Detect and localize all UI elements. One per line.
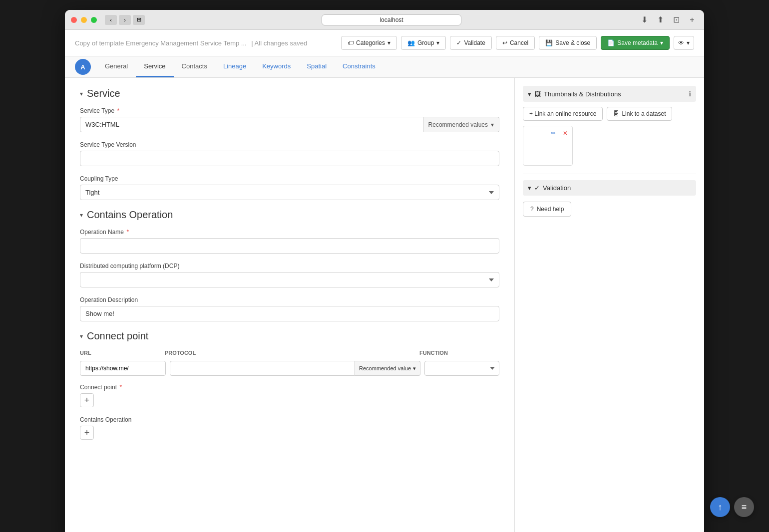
cp-protocol-wrapper: Recommended value ▾ <box>170 361 420 376</box>
dcp-select[interactable] <box>80 272 499 287</box>
connect-point-add-button[interactable]: + <box>80 393 94 407</box>
chevron-down-icon: ▾ <box>80 212 83 219</box>
chevron-down-icon: ▾ <box>413 365 416 372</box>
avatar: A <box>75 59 91 75</box>
share-icon[interactable]: ⬇ <box>638 14 650 26</box>
header-actions: 🏷 Categories ▾ 👥 Group ▾ ✓ Validate ↩ Ca… <box>341 36 694 50</box>
url-text: localhost <box>380 16 403 23</box>
chevron-down-icon: ▾ <box>528 184 531 192</box>
chevron-down-icon: ▾ <box>660 39 663 46</box>
service-type-version-label: Service Type Version <box>80 141 499 148</box>
tab-service[interactable]: Service <box>136 56 173 77</box>
eye-button[interactable]: 👁 ▾ <box>674 36 694 50</box>
question-icon: ? <box>530 206 534 213</box>
dcp-label: Distributed computing platform (DCP) <box>80 263 499 269</box>
database-icon: 🗄 <box>613 110 619 117</box>
thumbnails-title: ▾ 🖼 Thumbnails & Distributions <box>528 90 621 98</box>
file-icon: 📄 <box>607 39 615 46</box>
tab-keywords[interactable]: Keywords <box>254 56 299 77</box>
cp-url-input[interactable] <box>80 361 166 376</box>
link-online-resource-button[interactable]: + Link an online resource <box>523 107 603 121</box>
required-marker: * <box>117 107 120 114</box>
link-dataset-button[interactable]: 🗄 Link to a dataset <box>607 107 672 121</box>
users-icon: 👥 <box>407 39 415 46</box>
check-icon: ✓ <box>534 184 540 192</box>
divider <box>523 174 696 174</box>
validation-section-header[interactable]: ▾ ✓ Validation <box>523 180 696 196</box>
page-title: Copy of template Emergency Management Se… <box>75 39 307 47</box>
contains-operation-title: Contains Operation <box>87 209 173 221</box>
tabs-bar: A General Service Contacts Lineage Keywo… <box>65 56 704 78</box>
cancel-button[interactable]: ↩ Cancel <box>496 36 535 50</box>
panel-action-btns: + Link an online resource 🗄 Link to a da… <box>523 107 696 121</box>
main-content: ▾ Service Service Type * Recommended val… <box>65 78 704 532</box>
cp-function-select[interactable] <box>424 361 499 376</box>
delete-thumb-button[interactable]: ✕ <box>560 128 570 138</box>
need-help-button[interactable]: ? Need help <box>523 202 571 217</box>
close-button[interactable] <box>71 17 77 23</box>
service-type-group: Service Type * Recommended values ▾ <box>80 107 499 132</box>
thumbnails-section-header[interactable]: ▾ 🖼 Thumbnails & Distributions ℹ <box>523 86 696 102</box>
forward-button[interactable]: › <box>119 15 131 25</box>
contains-operation-add-label: Contains Operation <box>80 416 499 423</box>
validate-button[interactable]: ✓ Validate <box>450 36 491 50</box>
coupling-type-select[interactable]: Tight Loose Mixed <box>80 185 499 200</box>
operation-description-input[interactable] <box>80 306 499 321</box>
service-section-title: Service <box>87 88 120 99</box>
undo-icon: ↩ <box>502 39 507 46</box>
thumbnail-box: ✏ ✕ <box>523 126 573 166</box>
operation-name-input[interactable] <box>80 238 499 254</box>
service-type-input-wrapper: Recommended values ▾ <box>80 117 499 132</box>
left-panel: ▾ Service Service Type * Recommended val… <box>65 78 514 532</box>
app-header: Copy of template Emergency Management Se… <box>65 30 704 56</box>
function-column-header: Function <box>419 350 499 356</box>
connect-point-add-label: Connect point * <box>80 384 499 391</box>
chevron-down-icon: ▾ <box>80 333 83 340</box>
recommended-value-dropdown[interactable]: Recommended value ▾ <box>355 361 420 376</box>
save-metadata-button[interactable]: 📄 Save metadata ▾ <box>601 36 670 50</box>
titlebar: ‹ › ⊞ localhost ⬇ ⬆ ⊡ + <box>65 10 704 30</box>
chevron-down-icon: ▾ <box>528 90 531 98</box>
plus-icon[interactable]: + <box>686 14 698 26</box>
upload-icon[interactable]: ⬆ <box>654 14 666 26</box>
dcp-group: Distributed computing platform (DCP) <box>80 263 499 287</box>
operation-name-group: Operation Name * <box>80 229 499 254</box>
edit-thumb-button[interactable]: ✏ <box>548 128 558 138</box>
minimize-button[interactable] <box>81 17 87 23</box>
thumb-actions: ✏ ✕ <box>548 128 570 138</box>
connect-point-section-header[interactable]: ▾ Connect point <box>80 330 499 342</box>
service-type-input[interactable] <box>80 117 423 132</box>
service-type-version-input[interactable] <box>80 151 499 166</box>
group-button[interactable]: 👥 Group ▾ <box>401 36 446 50</box>
fullscreen-icon[interactable]: ⊡ <box>670 14 682 26</box>
arrow-up-icon: ↑ <box>718 502 723 513</box>
service-type-version-group: Service Type Version <box>80 141 499 166</box>
maximize-button[interactable] <box>91 17 97 23</box>
back-button[interactable]: ‹ <box>105 15 117 25</box>
chevron-down-icon: ▾ <box>491 121 494 128</box>
tab-contacts[interactable]: Contacts <box>174 56 215 77</box>
operation-name-label: Operation Name * <box>80 229 499 236</box>
save-close-button[interactable]: 💾 Save & close <box>539 36 597 50</box>
contains-operation-add-button[interactable]: + <box>80 426 94 440</box>
tab-general[interactable]: General <box>97 56 136 77</box>
tab-constraints[interactable]: Constraints <box>335 56 384 77</box>
thumbnails-section: ▾ 🖼 Thumbnails & Distributions ℹ + Link … <box>523 86 696 166</box>
view-button[interactable]: ⊞ <box>133 15 145 25</box>
chevron-down-icon: ▾ <box>687 39 690 46</box>
contains-operation-section-header[interactable]: ▾ Contains Operation <box>80 209 499 221</box>
scroll-top-button[interactable]: ↑ <box>710 497 730 517</box>
validation-title: ▾ ✓ Validation <box>528 184 571 192</box>
info-button[interactable]: ℹ <box>689 90 691 98</box>
validation-section: ▾ ✓ Validation <box>523 180 696 196</box>
protocol-column-header: Protocol <box>165 350 419 356</box>
operation-description-label: Operation Description <box>80 296 499 303</box>
fab-menu-button[interactable]: ≡ <box>734 497 754 517</box>
cp-protocol-input[interactable] <box>170 361 355 376</box>
tab-lineage[interactable]: Lineage <box>215 56 254 77</box>
eye-icon: 👁 <box>678 39 684 46</box>
categories-button[interactable]: 🏷 Categories ▾ <box>341 36 397 50</box>
recommended-values-dropdown[interactable]: Recommended values ▾ <box>423 117 499 132</box>
service-section-header[interactable]: ▾ Service <box>80 88 499 99</box>
tab-spatial[interactable]: Spatial <box>299 56 335 77</box>
